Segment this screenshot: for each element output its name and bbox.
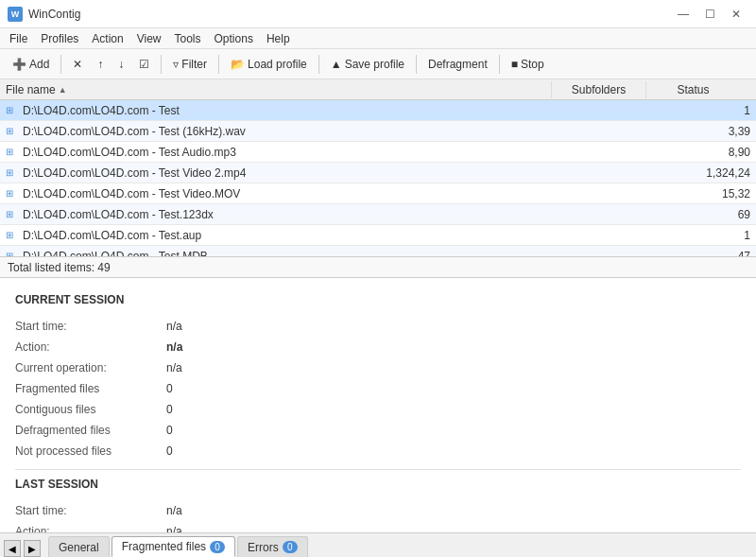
stop-icon: ■ xyxy=(511,58,518,71)
menu-tools[interactable]: Tools xyxy=(169,30,207,47)
action-value: n/a xyxy=(166,340,182,354)
sep5 xyxy=(416,55,417,74)
toolbar: ➕ Add ✕ ↑ ↓ ☑ ▿ Filter 📂 Load profile ▲ … xyxy=(0,49,756,79)
file-size: 69 xyxy=(680,208,756,221)
current-session-title: CURRENT SESSION xyxy=(15,293,741,306)
tab-fragmented[interactable]: Fragmented files 0 xyxy=(112,536,235,557)
last-session-title: LAST SESSION xyxy=(15,478,741,491)
load-icon: 📂 xyxy=(231,58,245,71)
sep2 xyxy=(161,55,162,74)
sep1 xyxy=(60,55,61,74)
app-title: WinContig xyxy=(28,8,80,21)
menu-profiles[interactable]: Profiles xyxy=(35,30,84,47)
defragmented-label: Defragmented files xyxy=(15,424,166,437)
file-icon: ⊞ xyxy=(0,230,19,240)
table-row[interactable]: ⊞ D:\LO4D.com\LO4D.com - Test.aup 1 xyxy=(0,225,756,246)
file-size: 8,90 xyxy=(680,146,756,159)
table-row[interactable]: ⊞ D:\LO4D.com\LO4D.com - Test (16kHz).wa… xyxy=(0,121,756,142)
errors-badge: 0 xyxy=(283,541,298,553)
last-action-value: n/a xyxy=(166,525,182,532)
up-button[interactable]: ↑ xyxy=(91,53,110,76)
col-status-header[interactable]: Status xyxy=(645,81,740,98)
current-op-row: Current operation: n/a xyxy=(15,357,741,378)
start-time-row: Start time: n/a xyxy=(15,316,741,337)
col-filename-header[interactable]: File name ▲ xyxy=(0,81,551,98)
file-icon: ⊞ xyxy=(0,126,19,136)
file-size: 1 xyxy=(680,229,756,242)
main-container: File name ▲ Subfolders Status ⊞ D:\LO4D.… xyxy=(0,79,756,532)
tab-errors[interactable]: Errors 0 xyxy=(237,536,308,557)
tab-general[interactable]: General xyxy=(48,536,110,557)
col-subfolders-header[interactable]: Subfolders xyxy=(551,81,645,98)
file-size: 3,39 xyxy=(680,125,756,138)
table-row[interactable]: ⊞ D:\LO4D.com\LO4D.com - Test 1 xyxy=(0,100,756,121)
check-button[interactable]: ☑ xyxy=(132,53,156,76)
filter-button[interactable]: ▿ Filter xyxy=(166,53,214,76)
total-items: Total listed items: 49 xyxy=(8,261,111,274)
remove-icon: ✕ xyxy=(73,58,82,71)
table-row[interactable]: ⊞ D:\LO4D.com\LO4D.com - Test Video 2.mp… xyxy=(0,163,756,183)
down-button[interactable]: ↓ xyxy=(112,53,130,76)
down-icon: ↓ xyxy=(118,58,124,71)
save-icon: ▲ xyxy=(331,58,342,71)
last-action-label: Action: xyxy=(15,525,166,532)
table-row[interactable]: ⊞ D:\LO4D.com\LO4D.com - Test.MDB 47 xyxy=(0,246,756,256)
contiguous-row: Contiguous files 0 xyxy=(15,399,741,420)
action-row: Action: n/a xyxy=(15,337,741,357)
file-icon: ⊞ xyxy=(0,209,19,219)
last-start-time-row: Start time: n/a xyxy=(15,500,741,521)
check-icon: ☑ xyxy=(139,58,149,71)
defragmented-value: 0 xyxy=(166,424,173,437)
file-name: D:\LO4D.com\LO4D.com - Test Video.MOV xyxy=(19,187,680,200)
window-controls: — ☐ ✕ xyxy=(671,5,748,24)
defragment-button[interactable]: Defragment xyxy=(421,53,494,76)
file-name: D:\LO4D.com\LO4D.com - Test.MDB xyxy=(19,250,680,257)
file-size: 47 xyxy=(680,250,756,257)
maximize-button[interactable]: ☐ xyxy=(697,5,722,24)
file-list-body[interactable]: ⊞ D:\LO4D.com\LO4D.com - Test 1 ⊞ D:\LO4… xyxy=(0,100,756,256)
sort-arrow: ▲ xyxy=(59,85,67,95)
menu-bar: File Profiles Action View Tools Options … xyxy=(0,28,756,49)
session-panel: CURRENT SESSION Start time: n/a Action: … xyxy=(0,278,756,532)
remove-button[interactable]: ✕ xyxy=(66,53,89,76)
file-name: D:\LO4D.com\LO4D.com - Test Audio.mp3 xyxy=(19,146,680,159)
fragmented-row: Fragmented files 0 xyxy=(15,378,741,399)
file-name: D:\LO4D.com\LO4D.com - Test xyxy=(19,104,680,117)
file-list-footer: Total listed items: 49 xyxy=(0,256,756,277)
file-size: 15,32 xyxy=(680,187,756,200)
filter-icon: ▿ xyxy=(173,58,179,71)
session-divider xyxy=(15,469,741,470)
fragmented-badge: 0 xyxy=(210,541,225,553)
file-name: D:\LO4D.com\LO4D.com - Test.aup xyxy=(19,229,680,242)
table-row[interactable]: ⊞ D:\LO4D.com\LO4D.com - Test Audio.mp3 … xyxy=(0,142,756,163)
file-name: D:\LO4D.com\LO4D.com - Test (16kHz).wav xyxy=(19,125,680,138)
file-size: 1,324,24 xyxy=(680,166,756,180)
table-row[interactable]: ⊞ D:\LO4D.com\LO4D.com - Test Video.MOV … xyxy=(0,183,756,204)
file-name: D:\LO4D.com\LO4D.com - Test.123dx xyxy=(19,208,680,221)
add-button[interactable]: ➕ Add xyxy=(6,53,56,76)
stop-button[interactable]: ■ Stop xyxy=(505,53,551,76)
defragmented-row: Defragmented files 0 xyxy=(15,420,741,441)
file-list-container: File name ▲ Subfolders Status ⊞ D:\LO4D.… xyxy=(0,79,756,278)
app-icon: W xyxy=(8,7,23,22)
menu-help[interactable]: Help xyxy=(261,30,296,47)
save-profile-button[interactable]: ▲ Save profile xyxy=(324,53,411,76)
tab-nav-left[interactable]: ◀ xyxy=(4,540,21,557)
close-button[interactable]: ✕ xyxy=(724,5,748,24)
menu-options[interactable]: Options xyxy=(209,30,259,47)
sep4 xyxy=(318,55,319,74)
last-action-row: Action: n/a xyxy=(15,521,741,532)
sep6 xyxy=(499,55,500,74)
start-time-value: n/a xyxy=(166,320,182,333)
contiguous-label: Contiguous files xyxy=(15,403,166,416)
menu-action[interactable]: Action xyxy=(86,30,129,47)
file-icon: ⊞ xyxy=(0,167,19,178)
minimize-button[interactable]: — xyxy=(671,5,696,24)
current-op-value: n/a xyxy=(166,361,182,374)
menu-view[interactable]: View xyxy=(131,30,167,47)
load-profile-button[interactable]: 📂 Load profile xyxy=(224,53,314,76)
menu-file[interactable]: File xyxy=(4,30,33,47)
tab-nav-right[interactable]: ▶ xyxy=(24,540,41,557)
table-row[interactable]: ⊞ D:\LO4D.com\LO4D.com - Test.123dx 69 xyxy=(0,204,756,225)
tab-bar: ◀ ▶ General Fragmented files 0 Errors 0 xyxy=(0,532,756,557)
